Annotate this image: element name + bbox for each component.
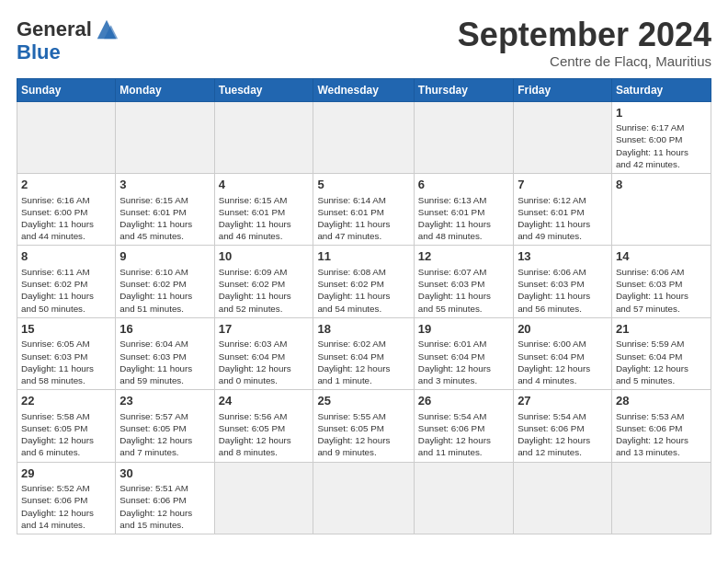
day-number: 5	[317, 177, 409, 193]
day-info: Sunrise: 6:12 AM	[518, 194, 608, 206]
day-info: and 48 minutes.	[418, 230, 509, 242]
day-info: and 56 minutes.	[518, 303, 608, 315]
day-info: Sunrise: 6:06 AM	[616, 266, 707, 278]
table-row: 3Sunrise: 6:15 AMSunset: 6:01 PMDaylight…	[116, 174, 214, 246]
title-block: September 2024 Centre de Flacq, Mauritiu…	[458, 17, 711, 69]
day-number: 19	[418, 321, 509, 338]
table-row	[17, 101, 116, 173]
table-row: 14Sunrise: 6:06 AMSunset: 6:03 PMDayligh…	[611, 246, 711, 317]
table-row: 8	[611, 174, 711, 246]
day-info: Sunset: 6:01 PM	[119, 206, 210, 218]
day-info: and 52 minutes.	[219, 303, 310, 315]
day-number: 27	[518, 393, 608, 409]
day-info: and 6 minutes.	[21, 446, 111, 458]
calendar-week-row: 22Sunrise: 5:58 AMSunset: 6:05 PMDayligh…	[17, 390, 711, 462]
table-row: 9Sunrise: 6:10 AMSunset: 6:02 PMDaylight…	[116, 246, 214, 317]
table-row: 13Sunrise: 6:06 AMSunset: 6:03 PMDayligh…	[514, 246, 612, 317]
month-title: September 2024	[458, 17, 711, 53]
calendar-week-row: 8Sunrise: 6:11 AMSunset: 6:02 PMDaylight…	[17, 246, 711, 317]
day-number: 20	[518, 321, 608, 338]
day-number: 4	[219, 177, 310, 193]
table-row	[116, 101, 214, 173]
header-wednesday: Wednesday	[313, 78, 414, 101]
day-number: 12	[418, 248, 509, 265]
day-number: 25	[317, 393, 409, 409]
day-info: and 44 minutes.	[21, 230, 111, 242]
day-info: Daylight: 11 hours	[518, 290, 608, 302]
day-info: Sunset: 6:02 PM	[219, 278, 310, 290]
day-info: and 42 minutes.	[616, 158, 707, 170]
day-info: Sunset: 6:05 PM	[219, 422, 310, 434]
day-info: Sunrise: 6:15 AM	[219, 194, 310, 206]
table-row: 11Sunrise: 6:08 AMSunset: 6:02 PMDayligh…	[313, 246, 414, 317]
day-info: Sunrise: 6:17 AM	[616, 121, 707, 133]
day-info: Daylight: 11 hours	[219, 290, 310, 302]
day-info: Sunrise: 6:11 AM	[21, 266, 111, 278]
calendar-week-row: 2Sunrise: 6:16 AMSunset: 6:00 PMDaylight…	[17, 174, 711, 246]
day-info: and 4 minutes.	[518, 374, 608, 386]
day-info: Sunset: 6:03 PM	[518, 278, 608, 290]
table-row: 1Sunrise: 6:17 AMSunset: 6:00 PMDaylight…	[611, 101, 711, 173]
day-info: Sunrise: 6:14 AM	[317, 194, 409, 206]
day-info: Daylight: 11 hours	[518, 218, 608, 230]
day-info: Daylight: 12 hours	[219, 362, 310, 374]
day-info: and 54 minutes.	[317, 303, 409, 315]
day-number: 24	[219, 393, 310, 409]
day-info: Daylight: 12 hours	[418, 434, 509, 446]
day-info: Daylight: 11 hours	[418, 218, 509, 230]
day-info: Sunrise: 5:57 AM	[119, 410, 210, 422]
day-info: and 49 minutes.	[518, 230, 608, 242]
day-info: and 46 minutes.	[219, 230, 310, 242]
day-info: Sunset: 6:01 PM	[219, 206, 310, 218]
day-info: Sunrise: 5:51 AM	[119, 482, 210, 494]
day-info: and 14 minutes.	[21, 519, 111, 531]
header-friday: Friday	[514, 78, 612, 101]
day-number: 9	[119, 248, 210, 265]
day-number: 8	[21, 248, 111, 265]
day-number: 21	[616, 321, 707, 338]
day-info: Sunrise: 6:02 AM	[317, 338, 409, 350]
day-info: Daylight: 11 hours	[317, 218, 409, 230]
header-saturday: Saturday	[611, 78, 711, 101]
day-info: Sunset: 6:06 PM	[518, 422, 608, 434]
table-row: 10Sunrise: 6:09 AMSunset: 6:02 PMDayligh…	[214, 246, 313, 317]
day-info: and 58 minutes.	[21, 374, 111, 386]
day-info: and 7 minutes.	[119, 446, 210, 458]
day-number: 22	[21, 393, 111, 409]
day-info: Daylight: 12 hours	[21, 434, 111, 446]
logo-text-general: General	[17, 19, 92, 40]
table-row	[514, 101, 612, 173]
day-info: Sunrise: 6:10 AM	[119, 266, 210, 278]
day-info: Sunrise: 6:05 AM	[21, 338, 111, 350]
table-row: 17Sunrise: 6:03 AMSunset: 6:04 PMDayligh…	[214, 317, 313, 389]
day-info: Sunrise: 5:53 AM	[616, 410, 707, 422]
day-info: and 3 minutes.	[418, 374, 509, 386]
day-number: 17	[219, 321, 310, 338]
calendar-week-row: 15Sunrise: 6:05 AMSunset: 6:03 PMDayligh…	[17, 317, 711, 389]
day-info: and 11 minutes.	[418, 446, 509, 458]
table-row: 30Sunrise: 5:51 AMSunset: 6:06 PMDayligh…	[116, 462, 214, 534]
day-info: Sunrise: 6:04 AM	[119, 338, 210, 350]
day-info: and 55 minutes.	[418, 303, 509, 315]
day-info: Sunset: 6:05 PM	[119, 422, 210, 434]
day-info: Sunset: 6:02 PM	[21, 278, 111, 290]
day-info: Sunset: 6:02 PM	[119, 278, 210, 290]
header-tuesday: Tuesday	[214, 78, 313, 101]
day-info: Sunset: 6:04 PM	[616, 350, 707, 362]
logo-text-blue: Blue	[17, 42, 61, 63]
day-info: and 50 minutes.	[21, 303, 111, 315]
logo: General Blue	[17, 17, 119, 63]
table-row	[414, 101, 513, 173]
day-info: Sunrise: 6:03 AM	[219, 338, 310, 350]
day-info: Sunrise: 6:07 AM	[418, 266, 509, 278]
day-info: Daylight: 11 hours	[21, 290, 111, 302]
day-info: Sunset: 6:03 PM	[21, 350, 111, 362]
header-sunday: Sunday	[17, 78, 116, 101]
day-info: Daylight: 11 hours	[616, 290, 707, 302]
day-info: Daylight: 12 hours	[21, 507, 111, 519]
table-row	[414, 462, 513, 534]
day-info: Daylight: 11 hours	[219, 218, 310, 230]
day-info: Sunrise: 5:54 AM	[418, 410, 509, 422]
day-info: Daylight: 11 hours	[21, 218, 111, 230]
day-number: 6	[418, 177, 509, 193]
